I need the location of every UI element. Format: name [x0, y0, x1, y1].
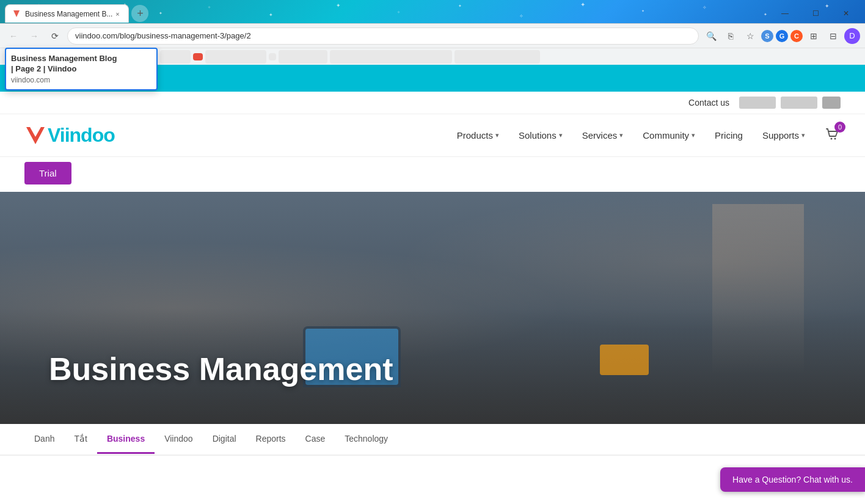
trial-button[interactable]: Trial — [24, 162, 71, 184]
supports-caret: ▾ — [801, 131, 805, 139]
cat-tab-business[interactable]: Business — [97, 425, 155, 454]
tab-close-button[interactable]: × — [112, 9, 122, 19]
hero-element-1 — [600, 345, 649, 375]
contact-phone-icon[interactable] — [739, 97, 776, 109]
active-tab[interactable]: Business Management B... × — [5, 4, 129, 23]
cat-tab-viindoo[interactable]: Viindoo — [155, 425, 202, 454]
svg-marker-0 — [13, 10, 20, 17]
tab-bar: ✦ ✧ ✦ ✦ ✧ ✦ ✦ ✧ ✦ ✧ ✦ ✦ ✧ ✦ ✦ Business M… — [0, 0, 865, 23]
bookmark-item[interactable] — [454, 50, 540, 64]
cat-tab-danh[interactable]: Danh — [24, 425, 64, 454]
search-icon[interactable]: 🔍 — [703, 27, 720, 45]
contact-icons — [739, 97, 841, 109]
logo-container[interactable]: Viindoo — [24, 124, 115, 147]
tab-favicon — [12, 9, 21, 19]
window-controls: — ☐ ✕ — [771, 4, 860, 23]
omnibox-url: viindoo.com — [11, 76, 151, 84]
community-caret: ▾ — [692, 131, 695, 139]
cart-badge: 0 — [834, 122, 845, 133]
bookmark-item[interactable] — [269, 53, 276, 60]
reload-button[interactable]: ⟳ — [46, 27, 64, 45]
address-bar-row: ← → ⟳ viindoo.com/blog/business-manageme… — [0, 23, 865, 48]
browser-chrome: ✦ ✧ ✦ ✦ ✧ ✦ ✦ ✧ ✦ ✧ ✦ ✦ ✧ ✦ ✦ Business M… — [0, 0, 865, 65]
ext-puzzle-icon[interactable]: ⊞ — [805, 27, 822, 45]
cat-tab-digital[interactable]: Digital — [203, 425, 246, 454]
nav-item-services[interactable]: Services ▾ — [572, 125, 633, 145]
share-icon[interactable]: ⎘ — [722, 27, 739, 45]
nav-item-solutions[interactable]: Solutions ▾ — [509, 125, 572, 145]
maximize-button[interactable]: ☐ — [801, 4, 830, 23]
services-caret: ▾ — [619, 131, 623, 139]
omnibox-dropdown: Business Management Blog| Page 2 | Viind… — [5, 48, 158, 90]
cart-icon[interactable]: 0 — [825, 126, 841, 145]
solutions-caret: ▾ — [559, 131, 563, 139]
cat-tab-tat[interactable]: Tắt — [64, 425, 97, 454]
close-button[interactable]: ✕ — [832, 4, 860, 23]
hero-title: Business Management — [49, 351, 393, 387]
hero-section: Business Management — [0, 192, 865, 424]
products-caret: ▾ — [495, 131, 499, 139]
contact-email-icon[interactable] — [781, 97, 817, 109]
bookmark-item[interactable] — [205, 50, 266, 64]
minimize-button[interactable]: — — [771, 4, 799, 23]
back-button[interactable]: ← — [5, 27, 22, 45]
ext-g-icon[interactable]: G — [776, 30, 788, 42]
bookmark-item[interactable] — [279, 50, 327, 64]
trial-row: Trial — [0, 157, 865, 192]
category-tabs: Danh Tắt Business Viindoo Digital Report… — [0, 424, 865, 456]
ext-shield-icon[interactable]: S — [761, 30, 773, 42]
svg-point-2 — [831, 137, 833, 139]
tab-title: Business Management B... — [25, 10, 112, 18]
nav-item-products[interactable]: Products ▾ — [447, 125, 509, 145]
new-tab-button[interactable]: + — [131, 5, 148, 22]
cat-tab-technology[interactable]: Technology — [335, 425, 398, 454]
viindoo-logo: Viindoo — [24, 124, 115, 147]
toolbar-icons: 🔍 ⎘ ☆ S G C ⊞ ⊟ D — [703, 27, 860, 45]
hero-person-right — [712, 204, 804, 375]
bookmark-star-icon[interactable]: ☆ — [742, 27, 759, 45]
bookmark-item[interactable] — [330, 50, 452, 64]
nav-items: Products ▾ Solutions ▾ Services ▾ Commun… — [447, 125, 815, 145]
svg-marker-1 — [26, 127, 45, 144]
bookmark-item[interactable] — [160, 50, 191, 64]
svg-point-3 — [834, 137, 836, 139]
nav-item-supports[interactable]: Supports ▾ — [753, 125, 815, 145]
nav-bar: Viindoo Products ▾ Solutions ▾ Services … — [0, 114, 865, 157]
contact-label: Contact us — [688, 98, 729, 108]
logo-text: Viindoo — [48, 124, 115, 147]
contact-chat-icon[interactable] — [822, 97, 841, 109]
bookmark-item[interactable] — [193, 53, 203, 60]
url-text: viindoo.com/blog/business-management-3/p… — [75, 31, 251, 40]
cat-tab-reports[interactable]: Reports — [246, 425, 296, 454]
omnibox-page-title: Business Management Blog| Page 2 | Viind… — [11, 54, 151, 75]
cat-tab-case[interactable]: Case — [296, 425, 335, 454]
contact-bar: Contact us — [0, 92, 865, 114]
address-bar[interactable]: viindoo.com/blog/business-management-3/p… — [67, 27, 699, 45]
forward-button[interactable]: → — [26, 27, 43, 45]
nav-item-pricing[interactable]: Pricing — [705, 125, 753, 145]
ext-chrome-icon[interactable]: C — [790, 30, 803, 42]
sidebar-toggle-icon[interactable]: ⊟ — [825, 27, 842, 45]
profile-icon[interactable]: D — [844, 28, 860, 44]
nav-item-community[interactable]: Community ▾ — [633, 125, 705, 145]
